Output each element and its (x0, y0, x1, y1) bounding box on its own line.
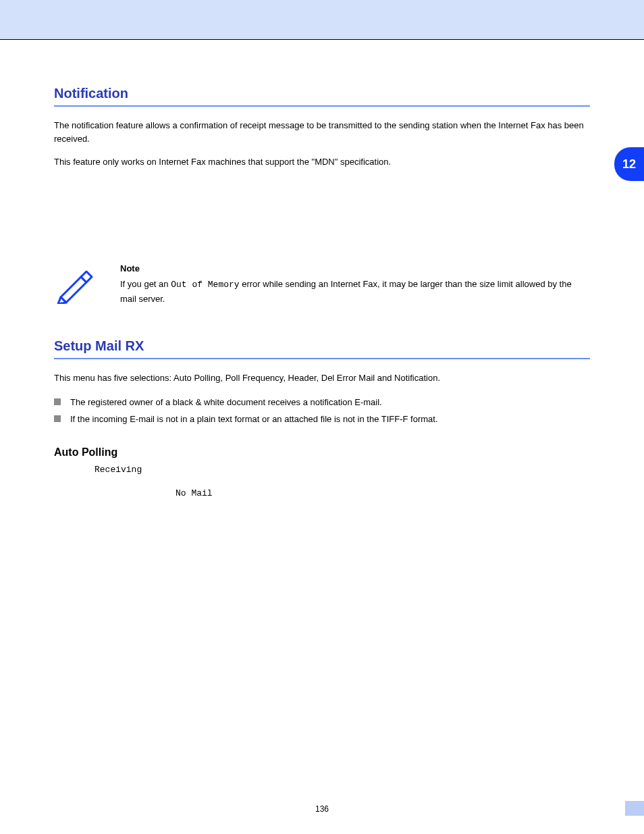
notification-p2: This feature only works on Internet Fax … (54, 155, 590, 169)
list-item: If the incoming E-mail is not in a plain… (54, 411, 590, 428)
receiving-text: Receiving (95, 465, 142, 475)
section-rx-title: Setup Mail RX (54, 338, 590, 354)
section-rule (54, 105, 590, 107)
no-mail-text: No Mail (54, 486, 590, 500)
section-rule-2 (54, 358, 590, 359)
rx-list: The registered owner of a black & white … (54, 394, 590, 427)
note-text: If you get an Out of Memory error while … (120, 278, 590, 305)
note-block: Note If you get an Out of Memory error w… (54, 263, 590, 315)
auto-polling-title: Auto Polling (54, 446, 590, 459)
rx-subtitle: This menu has five selections: Auto Poll… (54, 371, 590, 385)
header-band (0, 0, 644, 40)
page-number: 136 (0, 804, 644, 814)
note-label: Note (120, 263, 590, 273)
note-text-a: If you get an (120, 279, 171, 289)
page-body: Size limitation Notification The notific… (0, 40, 644, 501)
list-item: The registered owner of a black & white … (54, 394, 590, 411)
out-of-memory-text: Out of Memory (171, 280, 239, 290)
section-notification-title: Notification (54, 86, 590, 101)
footer-tab (625, 801, 644, 816)
auto-polling-text: Receiving (54, 463, 590, 477)
pencil-icon (54, 263, 108, 315)
notification-p1: The notification feature allows a confir… (54, 119, 590, 146)
nomail-text: No Mail (176, 488, 213, 498)
